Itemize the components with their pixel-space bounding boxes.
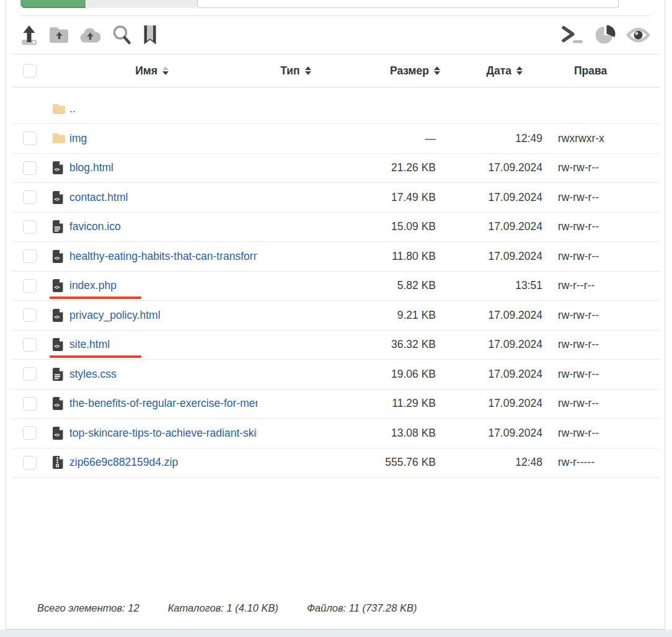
disk-usage-pie-icon[interactable] [595, 24, 616, 46]
file-size: 11.80 KB [325, 250, 443, 263]
row-checkbox[interactable] [23, 190, 37, 204]
select-all-checkbox[interactable] [23, 64, 37, 78]
file-link[interactable]: top-skincare-tips-to-achieve-radiant-ski… [69, 427, 257, 440]
file-size: 5.82 KB [325, 279, 443, 292]
table-row[interactable]: zip66e9c882159d4.zip 555.76 KB 12:48 rw-… [12, 448, 660, 478]
column-header-date[interactable]: Дата [443, 65, 549, 78]
file-link[interactable]: styles.css [69, 368, 117, 381]
column-header-label: Имя [135, 65, 157, 78]
svg-text:<>: <> [55, 285, 60, 291]
row-checkbox[interactable] [23, 308, 37, 322]
table-row[interactable]: <> privacy_policy.html 9.21 KB 17.09.202… [12, 301, 660, 331]
directories-label: Каталогов: 1 (4.10 KB) [168, 602, 278, 614]
file-size: — [325, 132, 443, 145]
column-header-rights: Права [549, 65, 660, 78]
row-checkbox[interactable] [23, 249, 37, 263]
upload-icon[interactable] [20, 25, 38, 46]
file-permissions: rw-rw-r-- [549, 161, 660, 174]
tab-bar[interactable] [86, 0, 197, 8]
file-link[interactable]: contact.html [69, 191, 128, 204]
eye-icon[interactable] [626, 27, 650, 43]
column-header-label: Права [574, 65, 607, 78]
file-date: 17.09.2024 [443, 427, 549, 440]
row-checkbox[interactable] [23, 279, 37, 293]
terminal-icon[interactable] [561, 25, 585, 45]
table-row[interactable]: <> top-skincare-tips-to-achieve-radiant-… [12, 419, 660, 448]
cloud-upload-icon[interactable] [80, 27, 100, 43]
sort-arrows-icon [516, 66, 523, 75]
file-size: 11.29 KB [325, 397, 443, 410]
file-link[interactable]: img [69, 132, 87, 145]
svg-text:<>: <> [55, 197, 60, 202]
row-checkbox[interactable] [23, 338, 37, 352]
column-header-size[interactable]: Размер [325, 65, 443, 78]
svg-text:<>: <> [55, 432, 60, 438]
file-date: 12:49 [443, 132, 549, 145]
file-manager-panel: Имя Тип Размер Дата Права .. [6, 0, 665, 630]
file-link[interactable]: favicon.ico [69, 220, 121, 233]
address-box[interactable] [197, 0, 619, 8]
table-row[interactable]: favicon.ico 15.09 KB 17.09.2024 rw-rw-r-… [12, 213, 660, 243]
file-link[interactable]: blog.html [69, 161, 113, 174]
column-header-label: Тип [280, 65, 299, 78]
file-permissions: rw-r----- [549, 456, 660, 469]
row-checkbox[interactable] [23, 456, 37, 470]
file-icon: <> [53, 309, 65, 322]
column-header-type[interactable]: Тип [257, 65, 325, 78]
file-date: 17.09.2024 [443, 250, 549, 263]
row-checkbox[interactable] [23, 367, 37, 381]
row-checkbox[interactable] [23, 161, 37, 175]
file-date: 17.09.2024 [443, 397, 549, 410]
table-row[interactable]: <> index.php 5.82 KB 13:51 rw-r--r-- [12, 272, 660, 301]
file-date: 17.09.2024 [443, 191, 549, 204]
file-link[interactable]: the-benefits-of-regular-exercise-for-men… [69, 397, 257, 410]
row-checkbox[interactable] [23, 397, 37, 411]
row-checkbox[interactable] [23, 220, 37, 234]
file-icon: <> [53, 338, 65, 351]
file-date: 17.09.2024 [443, 220, 549, 233]
file-size: 19.06 KB [325, 368, 443, 381]
file-date: 17.09.2024 [443, 161, 549, 174]
file-icon: <> [53, 279, 65, 292]
file-date: 17.09.2024 [443, 309, 549, 322]
file-link[interactable]: index.php [69, 279, 117, 292]
table-row[interactable]: <> healthy-eating-habits-that-can-transf… [12, 242, 660, 272]
row-checkbox[interactable] [23, 426, 37, 440]
file-link[interactable]: .. [69, 102, 76, 115]
toolbar [6, 16, 665, 54]
modified-underline [50, 296, 141, 299]
file-icon [53, 456, 65, 469]
table-row[interactable]: <> the-benefits-of-regular-exercise-for-… [12, 390, 660, 419]
file-icon [53, 220, 65, 233]
table-row[interactable]: .. [12, 87, 660, 124]
bookmark-icon[interactable] [143, 25, 157, 45]
file-size: 9.21 KB [325, 309, 443, 322]
file-link[interactable]: zip66e9c882159d4.zip [69, 456, 178, 469]
file-icon [53, 133, 65, 143]
column-header-name[interactable]: Имя [46, 65, 257, 78]
active-tab[interactable] [20, 0, 86, 8]
file-link[interactable]: site.html [69, 338, 110, 351]
top-tab-strip [20, 0, 665, 8]
file-date: 13:51 [443, 279, 549, 292]
table-row[interactable]: <> blog.html 21.26 KB 17.09.2024 rw-rw-r… [12, 154, 660, 184]
sort-arrows-icon [305, 66, 311, 75]
table-row[interactable]: img — 12:49 rwxrwxr-x [12, 124, 660, 154]
modified-underline [50, 355, 141, 358]
file-icon: <> [53, 161, 65, 174]
table-row[interactable]: <> site.html 36.32 KB 17.09.2024 rw-rw-r… [12, 331, 660, 360]
files-label: Файлов: 11 (737.28 KB) [307, 602, 417, 614]
file-permissions: rw-rw-r-- [549, 309, 660, 322]
svg-text:<>: <> [55, 314, 60, 320]
file-link[interactable]: healthy-eating-habits-that-can-transform… [69, 250, 257, 263]
page-background [0, 630, 672, 637]
search-icon[interactable] [112, 25, 131, 45]
file-icon: <> [53, 427, 65, 440]
folder-upload-icon[interactable] [50, 27, 68, 43]
table-row[interactable]: styles.css 19.06 KB 17.09.2024 rw-rw-r-- [12, 360, 660, 390]
row-checkbox[interactable] [23, 131, 37, 145]
table-header: Имя Тип Размер Дата Права [12, 54, 660, 87]
file-size: 13.08 KB [325, 427, 443, 440]
file-link[interactable]: privacy_policy.html [69, 309, 161, 322]
table-row[interactable]: <> contact.html 17.49 KB 17.09.2024 rw-r… [12, 183, 660, 213]
